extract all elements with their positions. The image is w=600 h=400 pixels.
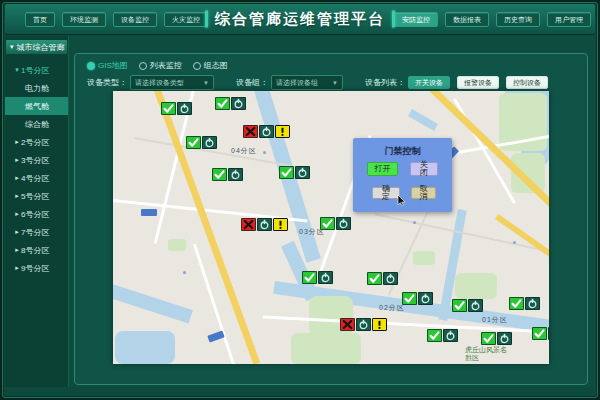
device-group-select[interactable]: 请选择设备组 ▼ xyxy=(271,75,343,90)
chevron-right-icon: ▸ xyxy=(13,156,21,164)
power-icon xyxy=(497,332,512,345)
close-button[interactable]: 关闭 xyxy=(410,162,438,176)
device-list-button-0[interactable]: 开关设备 xyxy=(408,76,450,89)
device-marker-normal-7[interactable] xyxy=(320,217,351,230)
chevron-right-icon: ▸ xyxy=(13,264,21,272)
map-zone-label-0: 04分区 xyxy=(231,146,257,156)
sidebar-item-2[interactable]: 电力舱 xyxy=(5,79,68,97)
chevron-right-icon: ▸ xyxy=(13,246,21,254)
device-marker-alarm-2[interactable] xyxy=(243,125,290,138)
cancel-button[interactable]: 取消 xyxy=(411,187,436,199)
nav-button-right-1[interactable]: 数据报表 xyxy=(445,12,489,27)
sidebar: ▾ 城市综合管廊 ▾1号分区电力舱燃气舱综合舱▸2号分区▸3号分区▸4号分区▸5… xyxy=(5,36,69,387)
device-type-value: 请选择设备类型 xyxy=(135,78,184,88)
map-road-label xyxy=(141,209,157,216)
sidebar-item-7[interactable]: ▸4号分区 xyxy=(5,169,68,187)
view-mode-radio-2[interactable]: 组态图 xyxy=(193,60,228,71)
device-type-select[interactable]: 请选择设备类型 ▼ xyxy=(130,75,214,90)
map-park xyxy=(413,251,435,265)
sidebar-item-5[interactable]: ▸2号分区 xyxy=(5,133,68,151)
power-icon xyxy=(548,327,549,340)
device-marker-normal-8[interactable] xyxy=(302,271,333,284)
nav-button-right-3[interactable]: 用户管理 xyxy=(547,12,591,27)
status-ok-icon xyxy=(452,299,467,312)
sidebar-item-11[interactable]: ▸8号分区 xyxy=(5,241,68,259)
status-ok-icon xyxy=(161,102,176,115)
device-list-button-1[interactable]: 报警设备 xyxy=(457,76,499,89)
chevron-right-icon: ▸ xyxy=(13,138,21,146)
device-marker-normal-16[interactable] xyxy=(532,327,549,340)
status-alarm-icon xyxy=(243,125,258,138)
device-marker-alarm-6[interactable] xyxy=(241,218,288,231)
nav-right-group: 安防监控数据报表历史查询用户管理 xyxy=(394,12,591,27)
map-poi-dot xyxy=(183,271,186,274)
ok-button[interactable]: 确定 xyxy=(372,187,400,199)
warning-icon xyxy=(372,318,387,331)
sidebar-item-label: 5号分区 xyxy=(21,191,49,202)
sidebar-item-3[interactable]: 燃气舱 xyxy=(5,97,68,115)
sidebar-root-label: 城市综合管廊 xyxy=(17,42,65,53)
nav-button-left-2[interactable]: 设备监控 xyxy=(113,12,157,27)
device-marker-normal-0[interactable] xyxy=(161,102,192,115)
device-group-value: 请选择设备组 xyxy=(276,78,318,88)
device-marker-normal-11[interactable] xyxy=(452,299,483,312)
nav-button-left-1[interactable]: 环境监测 xyxy=(62,12,106,27)
sidebar-item-1[interactable]: ▾1号分区 xyxy=(5,61,68,79)
status-ok-icon xyxy=(320,217,335,230)
nav-button-right-0[interactable]: 安防监控 xyxy=(394,12,438,27)
device-marker-normal-4[interactable] xyxy=(212,168,243,181)
device-group-label: 设备组： xyxy=(236,77,268,88)
nav-button-right-2[interactable]: 历史查询 xyxy=(496,12,540,27)
device-type-label: 设备类型： xyxy=(87,77,127,88)
gis-map[interactable]: 04分区03分区02分区01分区 虎丘山风景名胜区 门禁控制 打开 关闭 确定 … xyxy=(113,91,549,364)
device-marker-alarm-13[interactable] xyxy=(340,318,387,331)
view-mode-radio-0[interactable]: GIS地图 xyxy=(87,60,128,71)
sidebar-item-10[interactable]: ▸7号分区 xyxy=(5,223,68,241)
chevron-right-icon: ▸ xyxy=(13,210,21,218)
sidebar-root-node[interactable]: ▾ 城市综合管廊 xyxy=(6,40,67,54)
body-row: ▾ 城市综合管廊 ▾1号分区电力舱燃气舱综合舱▸2号分区▸3号分区▸4号分区▸5… xyxy=(5,36,595,387)
status-ok-icon xyxy=(427,329,442,342)
content-panel: GIS地图列表监控组态图 设备类型： 请选择设备类型 ▼ 设备组： 请选择设备组… xyxy=(74,53,588,385)
sidebar-item-4[interactable]: 综合舱 xyxy=(5,115,68,133)
map-poi-dot xyxy=(413,221,416,224)
title-bar-decoration-right xyxy=(392,11,395,28)
power-icon xyxy=(318,271,333,284)
power-icon xyxy=(228,168,243,181)
nav-button-left-3[interactable]: 火灾监控 xyxy=(164,12,208,27)
chevron-right-icon: ▸ xyxy=(13,174,21,182)
chevron-down-icon: ▼ xyxy=(332,80,338,86)
device-marker-normal-5[interactable] xyxy=(279,166,310,179)
warning-icon xyxy=(275,125,290,138)
device-marker-normal-14[interactable] xyxy=(427,329,458,342)
device-marker-normal-12[interactable] xyxy=(509,297,540,310)
sidebar-item-8[interactable]: ▸5号分区 xyxy=(5,187,68,205)
map-zone-label-3: 01分区 xyxy=(482,315,508,325)
device-marker-normal-15[interactable] xyxy=(481,332,512,345)
status-ok-icon xyxy=(215,97,230,110)
status-ok-icon xyxy=(481,332,496,345)
device-marker-normal-3[interactable] xyxy=(186,136,217,149)
device-marker-normal-1[interactable] xyxy=(215,97,246,110)
device-marker-normal-9[interactable] xyxy=(367,272,398,285)
map-water xyxy=(408,109,438,131)
power-icon xyxy=(468,299,483,312)
filter-row: 设备类型： 请选择设备类型 ▼ 设备组： 请选择设备组 ▼ 设备列表： 开关设备… xyxy=(87,75,548,90)
sidebar-item-label: 7号分区 xyxy=(21,227,49,238)
power-icon xyxy=(231,97,246,110)
device-marker-normal-10[interactable] xyxy=(402,292,433,305)
view-mode-radio-1[interactable]: 列表监控 xyxy=(139,60,182,71)
map-poi-dot xyxy=(263,151,266,154)
open-button[interactable]: 打开 xyxy=(367,162,398,176)
power-icon xyxy=(202,136,217,149)
status-ok-icon xyxy=(212,168,227,181)
sidebar-item-9[interactable]: ▸6号分区 xyxy=(5,205,68,223)
nav-button-left-0[interactable]: 首页 xyxy=(25,12,55,27)
sidebar-item-12[interactable]: ▸9号分区 xyxy=(5,259,68,277)
device-list-button-2[interactable]: 控制设备 xyxy=(506,76,548,89)
sidebar-item-6[interactable]: ▸3号分区 xyxy=(5,151,68,169)
status-ok-icon xyxy=(367,272,382,285)
map-road-label xyxy=(207,330,224,342)
sidebar-item-label: 综合舱 xyxy=(25,119,49,130)
map-water xyxy=(115,331,175,364)
